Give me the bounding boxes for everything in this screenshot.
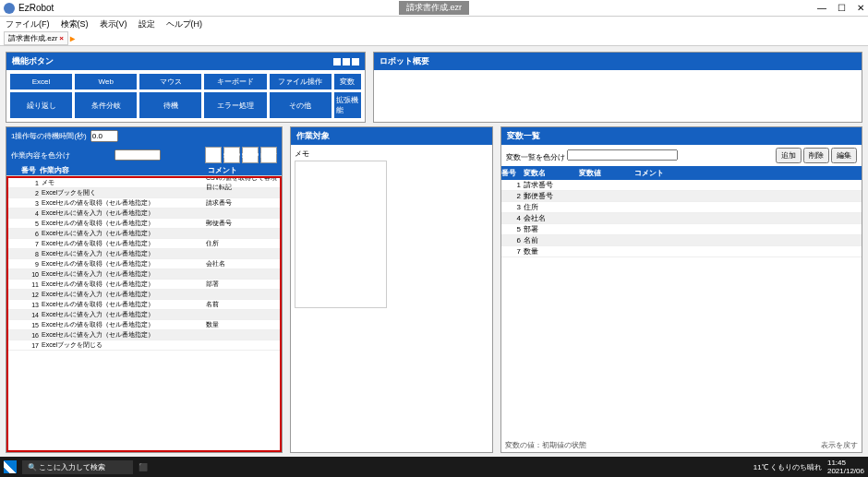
var-edit-button[interactable]: 編集 [831,148,857,163]
titlebar: EzRobot 請求書作成.ezr — ☐ ✕ [0,0,868,17]
tab-close-icon[interactable]: × [59,34,64,42]
vars-foot-left: 変数の値：初期値の状態 [505,440,586,450]
fn-mouse[interactable]: マウス [139,74,201,89]
function-panel-title: 機能ボタン [12,55,54,67]
target-panel: 作業対象 メモ [290,126,493,453]
vars-color-input[interactable] [567,149,678,161]
step-row[interactable]: 11Excelセルの値を取得（セル番地指定）部署 [8,280,280,290]
step-row[interactable]: 3Excelセルの値を取得（セル番地指定）請求番号 [8,198,280,209]
step-row[interactable]: 12Excelセルに値を入力（セル番地指定） [8,290,280,300]
step-row[interactable]: 7Excelセルの値を取得（セル番地指定）住所 [8,239,280,249]
menubar: ファイル(F) 検索(S) 表示(V) 設定 ヘルプ(H) [0,17,868,31]
function-panel: 機能ボタン Excel Web マウス キーボード ファイル操作 変数 繰り返し… [6,52,366,123]
wait-label: 1操作毎の待機時間(秒) [11,131,87,141]
var-row[interactable]: 6名前 [501,235,862,246]
steps-body[interactable]: 1メモCSVの値を取得して各項目に転記2Excelブックを開く3Excelセルの… [6,176,282,452]
taskbar-app-icon[interactable]: ⬛ [139,463,148,471]
wait-input[interactable] [90,130,118,142]
step-row[interactable]: 1メモCSVの値を取得して各項目に転記 [8,178,280,188]
step-row[interactable]: 16Excelセルに値を入力（セル番地指定） [8,330,280,340]
vars-hdr-num: 番号 [501,168,524,178]
step-row[interactable]: 9Excelセルの値を取得（セル番地指定）会社名 [8,259,280,269]
step-row[interactable]: 14Excelセルに値を入力（セル番地指定） [8,310,280,320]
tab-label: 請求書作成.ezr [8,33,57,43]
fn-excel[interactable]: Excel [10,74,72,89]
fn-ext[interactable]: 拡張機能 [334,92,361,118]
var-row[interactable]: 4会社名 [501,213,862,224]
menu-file[interactable]: ファイル(F) [6,18,50,30]
fn-condition[interactable]: 条件分岐 [75,92,137,118]
menu-search[interactable]: 検索(S) [61,18,89,30]
app-name: EzRobot [18,3,54,13]
vars-panel: 変数一覧 変数一覧を色分け 追加 削除 編集 番号 変数名 変数値 コメント 1… [500,126,862,453]
fn-file[interactable]: ファイル操作 [270,74,332,89]
start-button[interactable] [4,460,17,473]
color-input[interactable] [115,149,161,161]
steps-hdr-comment: コメント [208,165,282,175]
vars-color-label: 変数一覧を色分け [506,152,565,161]
app-icon [4,3,15,14]
doc-title: 請求書作成.ezr [399,1,469,15]
document-tab[interactable]: 請求書作成.ezr × [4,31,68,45]
vars-hdr-name: 変数名 [524,168,579,178]
play-button[interactable]: PLAY [260,147,277,163]
var-row[interactable]: 7数量 [501,246,862,257]
steps-hdr-num: 番号 [21,165,40,175]
vars-hdr-comment: コメント [634,168,862,178]
close-button[interactable]: ✕ [857,3,864,13]
robot-panel: ロボット概要 [373,52,862,123]
vars-foot-right[interactable]: 表示を戻す [821,440,858,450]
var-row[interactable]: 3住所 [501,202,862,213]
var-row[interactable]: 2郵便番号 [501,191,862,202]
fn-keyboard[interactable]: キーボード [204,74,266,89]
step-row[interactable]: 13Excelセルの値を取得（セル番地指定）名前 [8,300,280,310]
var-row[interactable]: 1請求番号 [501,180,862,191]
fn-variable[interactable]: 変数 [334,74,361,89]
step-row[interactable]: 10Excelセルに値を入力（セル番地指定） [8,269,280,280]
clock[interactable]: 11:452021/12/06 [827,459,864,475]
fn-wait[interactable]: 待機 [139,92,201,118]
fn-error[interactable]: エラー処理 [204,92,266,118]
vars-hdr-val: 変数値 [579,168,634,178]
var-del-button[interactable]: 削除 [803,148,829,163]
steps-hdr-action: 作業内容 [40,165,208,175]
memo-label: メモ [295,149,488,159]
robot-panel-title: ロボット概要 [380,55,429,67]
target-title: 作業対象 [296,130,330,142]
tabbar: 請求書作成.ezr × ▸ [0,31,868,46]
weather[interactable]: 11℃ くもりのち晴れ [753,462,822,472]
target-area [295,161,387,308]
step-row[interactable]: 4Excelセルに値を入力（セル番地指定） [8,209,280,219]
step-row[interactable]: 6Excelセルに値を入力（セル番地指定） [8,229,280,239]
fn-other[interactable]: その他 [270,92,332,118]
menu-settings[interactable]: 設定 [139,18,155,30]
step-row[interactable]: 15Excelセルの値を取得（セル番地指定）数量 [8,320,280,330]
rec-button[interactable]: REC [205,147,222,163]
robot-body [374,70,862,116]
var-add-button[interactable]: 追加 [776,148,802,163]
maximize-button[interactable]: ☐ [838,3,846,13]
step-button[interactable]: STEP [223,147,240,163]
stop-button[interactable]: STOP [242,147,259,163]
menu-view[interactable]: 表示(V) [100,18,127,30]
vars-title: 変数一覧 [507,130,540,142]
step-row[interactable]: 8Excelセルに値を入力（セル番地指定） [8,249,280,259]
taskbar: 🔍 ここに入力して検索 ⬛ 11℃ くもりのち晴れ 11:452021/12/0… [0,457,868,477]
vars-body[interactable]: 1請求番号2郵便番号3住所4会社名5部署6名前7数量 [501,180,862,438]
color-label: 作業内容を色分け [11,150,70,161]
step-row[interactable]: 5Excelセルの値を取得（セル番地指定）郵便番号 [8,219,280,229]
steps-panel: 1操作毎の待機時間(秒) 作業内容を色分け REC STEP STOP PLAY… [6,126,283,453]
fn-web[interactable]: Web [75,74,137,89]
fn-loop[interactable]: 繰り返し [10,92,72,118]
menu-help[interactable]: ヘルプ(H) [166,18,203,30]
step-row[interactable]: 17Excelブックを閉じる [8,340,280,351]
tab-nav-icon[interactable]: ▸ [70,33,75,43]
var-row[interactable]: 5部署 [501,224,862,235]
minimize-button[interactable]: — [817,3,826,13]
taskbar-search[interactable]: 🔍 ここに入力して検索 [22,460,133,474]
